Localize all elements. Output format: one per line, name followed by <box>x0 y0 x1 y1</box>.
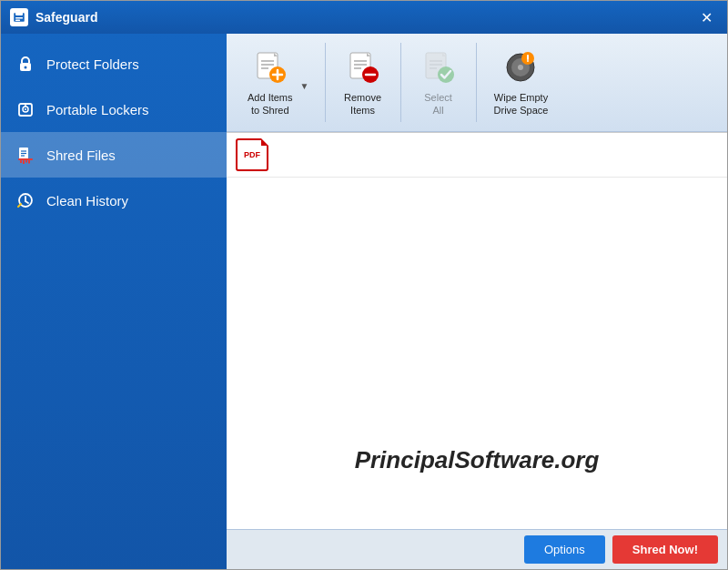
shred-now-button[interactable]: Shred Now! <box>612 535 718 564</box>
bottom-bar: Options Shred Now! <box>227 529 727 569</box>
lock-icon <box>15 54 35 74</box>
svg-rect-18 <box>28 160 30 164</box>
locker-icon <box>15 99 35 119</box>
select-all-icon <box>419 47 459 87</box>
sidebar-item-clean-history[interactable]: Clean History <box>1 178 227 223</box>
title-bar: Safeguard ✕ <box>1 1 727 34</box>
select-all-button[interactable]: SelectAll <box>407 39 470 126</box>
svg-rect-2 <box>15 17 23 19</box>
svg-rect-16 <box>23 160 25 164</box>
watermark-text: PrincipalSoftware.org <box>355 446 600 474</box>
content-area: Add Itemsto Shred ▼ <box>227 34 727 569</box>
remove-items-label: RemoveItems <box>344 91 381 117</box>
toolbar-divider-1 <box>325 43 326 122</box>
svg-rect-14 <box>18 158 33 160</box>
wipe-drive-label: Wipe EmptyDrive Space <box>494 91 549 117</box>
pdf-label: PDF <box>244 150 260 159</box>
clock-icon <box>15 190 35 210</box>
sidebar-label-clean-history: Clean History <box>46 193 128 209</box>
add-items-button[interactable]: Add Itemsto Shred ▼ <box>234 39 319 126</box>
sidebar-item-protect-folders[interactable]: Protect Folders <box>1 41 227 87</box>
svg-rect-17 <box>25 160 27 163</box>
window-title: Safeguard <box>35 10 694 25</box>
shred-icon <box>15 145 35 165</box>
add-items-label: Add Itemsto Shred <box>248 91 293 117</box>
svg-point-5 <box>25 66 27 69</box>
dropdown-arrow-icon: ▼ <box>300 74 313 91</box>
svg-line-22 <box>18 204 21 207</box>
add-items-icon <box>250 47 290 87</box>
sidebar: Protect Folders Portable Lockers <box>1 34 227 569</box>
table-row[interactable]: PDF <box>227 133 727 178</box>
pdf-icon: PDF <box>236 138 268 171</box>
toolbar: Add Itemsto Shred ▼ <box>227 34 727 132</box>
svg-line-21 <box>25 201 28 203</box>
app-icon <box>10 8 28 26</box>
wipe-drive-button[interactable]: Wipe EmptyDrive Space <box>482 39 561 126</box>
options-button[interactable]: Options <box>524 535 605 564</box>
sidebar-item-portable-lockers[interactable]: Portable Lockers <box>1 87 227 132</box>
remove-items-button[interactable]: RemoveItems <box>331 39 395 126</box>
main-window: Safeguard ✕ Protect Folders <box>0 0 728 570</box>
svg-rect-1 <box>15 12 23 15</box>
sidebar-label-shred-files: Shred Files <box>46 148 116 163</box>
toolbar-divider-3 <box>476 43 477 122</box>
sidebar-item-shred-files[interactable]: Shred Files <box>1 132 227 178</box>
sidebar-label-portable-lockers: Portable Lockers <box>46 102 149 117</box>
toolbar-divider-2 <box>400 43 401 122</box>
svg-point-46 <box>527 60 529 62</box>
svg-rect-15 <box>20 160 22 163</box>
close-button[interactable]: ✕ <box>694 8 718 26</box>
remove-items-icon <box>343 47 383 87</box>
sidebar-label-protect-folders: Protect Folders <box>46 56 139 72</box>
select-all-label: SelectAll <box>424 91 452 117</box>
main-layout: Protect Folders Portable Lockers <box>1 34 727 569</box>
wipe-drive-icon <box>500 47 541 87</box>
svg-point-43 <box>518 65 523 70</box>
file-panel: PDF PrincipalSoftware.org <box>227 132 727 529</box>
svg-point-8 <box>25 108 26 110</box>
svg-rect-3 <box>15 20 20 22</box>
